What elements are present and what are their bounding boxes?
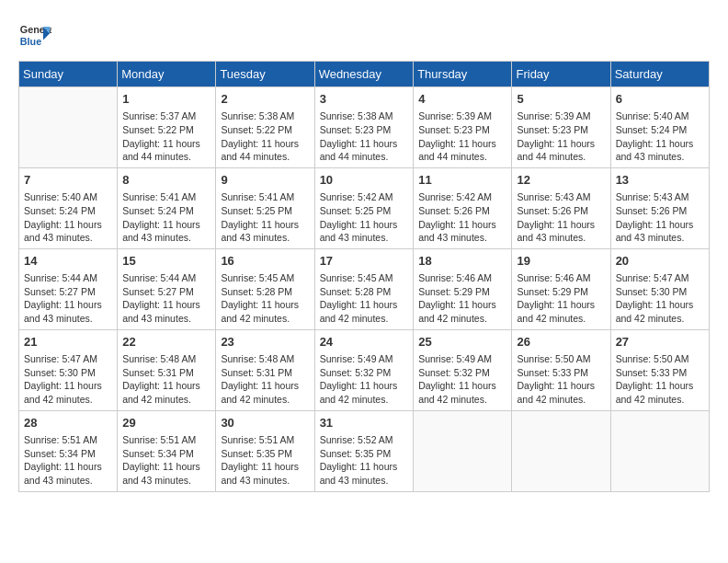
day-info: Sunrise: 5:39 AM Sunset: 5:23 PM Dayligh… — [517, 109, 605, 164]
day-number: 18 — [418, 253, 506, 270]
day-info: Sunrise: 5:39 AM Sunset: 5:23 PM Dayligh… — [418, 109, 506, 164]
calendar-cell: 8Sunrise: 5:41 AM Sunset: 5:24 PM Daylig… — [118, 167, 216, 248]
day-number: 16 — [221, 253, 309, 270]
svg-text:Blue: Blue — [20, 36, 41, 47]
calendar-cell: 16Sunrise: 5:45 AM Sunset: 5:28 PM Dayli… — [216, 248, 314, 329]
day-info: Sunrise: 5:52 AM Sunset: 5:35 PM Dayligh… — [320, 433, 409, 488]
calendar-cell: 18Sunrise: 5:46 AM Sunset: 5:29 PM Dayli… — [414, 248, 512, 329]
calendar-cell: 11Sunrise: 5:42 AM Sunset: 5:26 PM Dayli… — [414, 167, 512, 248]
day-info: Sunrise: 5:46 AM Sunset: 5:29 PM Dayligh… — [418, 271, 506, 326]
day-info: Sunrise: 5:42 AM Sunset: 5:25 PM Dayligh… — [320, 190, 409, 245]
calendar-cell: 12Sunrise: 5:43 AM Sunset: 5:26 PM Dayli… — [512, 167, 610, 248]
day-info: Sunrise: 5:38 AM Sunset: 5:23 PM Dayligh… — [320, 109, 409, 164]
calendar-cell: 5Sunrise: 5:39 AM Sunset: 5:23 PM Daylig… — [512, 87, 610, 168]
day-number: 25 — [418, 334, 506, 350]
day-number: 21 — [24, 334, 112, 350]
calendar-cell: 6Sunrise: 5:40 AM Sunset: 5:24 PM Daylig… — [610, 87, 709, 168]
day-info: Sunrise: 5:44 AM Sunset: 5:27 PM Dayligh… — [122, 271, 210, 326]
calendar-cell: 1Sunrise: 5:37 AM Sunset: 5:22 PM Daylig… — [118, 87, 216, 168]
day-info: Sunrise: 5:40 AM Sunset: 5:24 PM Dayligh… — [616, 109, 704, 164]
day-number: 15 — [122, 253, 210, 270]
day-number: 22 — [122, 334, 210, 350]
calendar-cell: 30Sunrise: 5:51 AM Sunset: 5:35 PM Dayli… — [216, 410, 314, 491]
day-info: Sunrise: 5:45 AM Sunset: 5:28 PM Dayligh… — [221, 271, 309, 326]
day-info: Sunrise: 5:43 AM Sunset: 5:26 PM Dayligh… — [517, 190, 605, 245]
calendar-cell: 23Sunrise: 5:48 AM Sunset: 5:31 PM Dayli… — [216, 329, 314, 410]
calendar-cell: 31Sunrise: 5:52 AM Sunset: 5:35 PM Dayli… — [314, 410, 414, 491]
day-number: 3 — [320, 91, 409, 108]
weekday-wednesday: Wednesday — [314, 62, 414, 87]
day-info: Sunrise: 5:51 AM Sunset: 5:34 PM Dayligh… — [24, 433, 112, 488]
day-number: 23 — [221, 334, 309, 350]
calendar-cell: 9Sunrise: 5:41 AM Sunset: 5:25 PM Daylig… — [216, 167, 314, 248]
day-info: Sunrise: 5:48 AM Sunset: 5:31 PM Dayligh… — [122, 352, 210, 407]
calendar-cell: 27Sunrise: 5:50 AM Sunset: 5:33 PM Dayli… — [610, 329, 709, 410]
weekday-sunday: Sunday — [19, 62, 118, 87]
calendar-cell: 20Sunrise: 5:47 AM Sunset: 5:30 PM Dayli… — [610, 248, 709, 329]
weekday-monday: Monday — [118, 62, 216, 87]
calendar-cell: 17Sunrise: 5:45 AM Sunset: 5:28 PM Dayli… — [314, 248, 414, 329]
day-number: 24 — [320, 334, 409, 350]
day-number: 20 — [616, 253, 704, 270]
day-number: 2 — [221, 91, 309, 108]
day-number: 31 — [320, 415, 409, 431]
calendar-cell: 10Sunrise: 5:42 AM Sunset: 5:25 PM Dayli… — [314, 167, 414, 248]
day-number: 26 — [517, 334, 605, 350]
day-number: 14 — [24, 253, 112, 270]
day-info: Sunrise: 5:49 AM Sunset: 5:32 PM Dayligh… — [320, 352, 409, 407]
day-number: 9 — [221, 172, 309, 189]
calendar-cell: 13Sunrise: 5:43 AM Sunset: 5:26 PM Dayli… — [610, 167, 709, 248]
calendar-cell: 14Sunrise: 5:44 AM Sunset: 5:27 PM Dayli… — [19, 248, 118, 329]
day-info: Sunrise: 5:44 AM Sunset: 5:27 PM Dayligh… — [24, 271, 112, 326]
calendar-cell: 3Sunrise: 5:38 AM Sunset: 5:23 PM Daylig… — [314, 87, 414, 168]
day-number: 7 — [24, 172, 112, 189]
day-info: Sunrise: 5:45 AM Sunset: 5:28 PM Dayligh… — [320, 271, 409, 326]
day-info: Sunrise: 5:50 AM Sunset: 5:33 PM Dayligh… — [616, 352, 704, 407]
day-number: 4 — [418, 91, 506, 108]
day-number: 13 — [616, 172, 704, 189]
day-number: 19 — [517, 253, 605, 270]
weekday-tuesday: Tuesday — [216, 62, 314, 87]
day-info: Sunrise: 5:43 AM Sunset: 5:26 PM Dayligh… — [616, 190, 704, 245]
day-number: 12 — [517, 172, 605, 189]
calendar-cell — [414, 410, 512, 491]
weekday-thursday: Thursday — [414, 62, 512, 87]
calendar-cell: 26Sunrise: 5:50 AM Sunset: 5:33 PM Dayli… — [512, 329, 610, 410]
day-number: 17 — [320, 253, 409, 270]
day-number: 10 — [320, 172, 409, 189]
calendar-week-3: 14Sunrise: 5:44 AM Sunset: 5:27 PM Dayli… — [19, 248, 710, 329]
calendar-week-4: 21Sunrise: 5:47 AM Sunset: 5:30 PM Dayli… — [19, 329, 710, 410]
day-number: 11 — [418, 172, 506, 189]
calendar-cell: 15Sunrise: 5:44 AM Sunset: 5:27 PM Dayli… — [118, 248, 216, 329]
day-info: Sunrise: 5:40 AM Sunset: 5:24 PM Dayligh… — [24, 190, 112, 245]
day-info: Sunrise: 5:50 AM Sunset: 5:33 PM Dayligh… — [517, 352, 605, 407]
calendar-cell — [19, 87, 118, 168]
logo: General Blue — [18, 18, 55, 52]
calendar-week-2: 7Sunrise: 5:40 AM Sunset: 5:24 PM Daylig… — [19, 167, 710, 248]
day-number: 8 — [122, 172, 210, 189]
calendar-cell: 25Sunrise: 5:49 AM Sunset: 5:32 PM Dayli… — [414, 329, 512, 410]
calendar-body: 1Sunrise: 5:37 AM Sunset: 5:22 PM Daylig… — [19, 87, 710, 492]
day-number: 6 — [616, 91, 704, 108]
calendar-cell: 21Sunrise: 5:47 AM Sunset: 5:30 PM Dayli… — [19, 329, 118, 410]
day-info: Sunrise: 5:51 AM Sunset: 5:34 PM Dayligh… — [122, 433, 210, 488]
day-info: Sunrise: 5:38 AM Sunset: 5:22 PM Dayligh… — [221, 109, 309, 164]
calendar-cell — [610, 410, 709, 491]
day-info: Sunrise: 5:46 AM Sunset: 5:29 PM Dayligh… — [517, 271, 605, 326]
day-info: Sunrise: 5:37 AM Sunset: 5:22 PM Dayligh… — [122, 109, 210, 164]
day-number: 29 — [122, 415, 210, 431]
calendar-cell: 4Sunrise: 5:39 AM Sunset: 5:23 PM Daylig… — [414, 87, 512, 168]
day-info: Sunrise: 5:47 AM Sunset: 5:30 PM Dayligh… — [616, 271, 704, 326]
day-number: 30 — [221, 415, 309, 431]
day-number: 28 — [24, 415, 112, 431]
calendar-cell: 19Sunrise: 5:46 AM Sunset: 5:29 PM Dayli… — [512, 248, 610, 329]
calendar-cell — [512, 410, 610, 491]
day-info: Sunrise: 5:41 AM Sunset: 5:24 PM Dayligh… — [122, 190, 210, 245]
day-number: 5 — [517, 91, 605, 108]
header: General Blue — [18, 18, 710, 52]
day-number: 1 — [122, 91, 210, 108]
weekday-header-row: SundayMondayTuesdayWednesdayThursdayFrid… — [19, 62, 710, 87]
day-info: Sunrise: 5:48 AM Sunset: 5:31 PM Dayligh… — [221, 352, 309, 407]
day-info: Sunrise: 5:47 AM Sunset: 5:30 PM Dayligh… — [24, 352, 112, 407]
day-info: Sunrise: 5:41 AM Sunset: 5:25 PM Dayligh… — [221, 190, 309, 245]
